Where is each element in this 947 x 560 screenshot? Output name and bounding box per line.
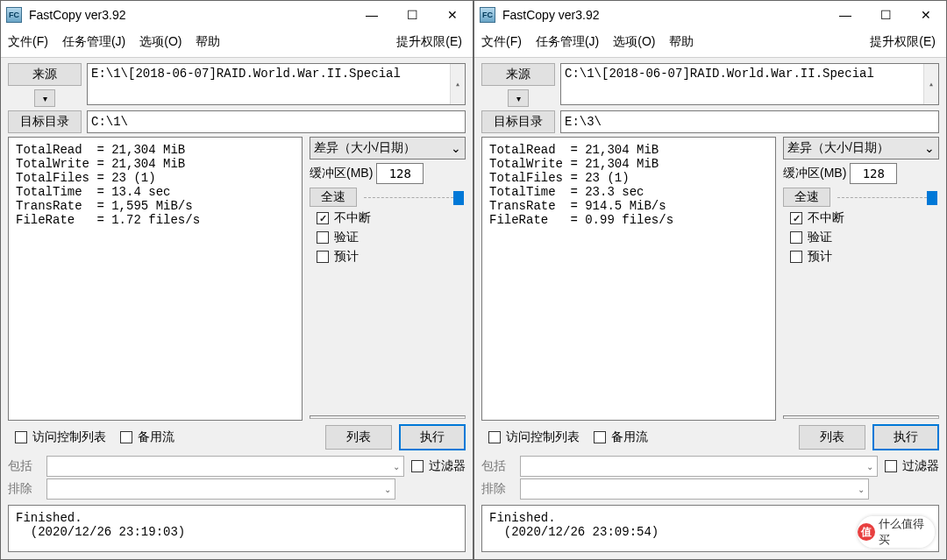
app-icon: FC xyxy=(480,7,495,23)
scrollbar-icon[interactable]: ▴ xyxy=(923,64,938,104)
altstream-checkbox[interactable]: 备用流 xyxy=(594,429,648,445)
filter-checkbox[interactable]: 过滤器 xyxy=(411,458,466,474)
buffer-label: 缓冲区(MB) xyxy=(310,166,373,181)
nonstop-checkbox[interactable]: 不中断 xyxy=(317,210,466,226)
mode-select-label: 差异（大小/日期） xyxy=(314,140,416,156)
checkbox-icon xyxy=(790,231,802,244)
checkbox-icon xyxy=(488,431,501,443)
speed-slider[interactable] xyxy=(834,188,939,206)
estimate-checkbox[interactable]: 预计 xyxy=(317,249,466,265)
speed-button[interactable]: 全速 xyxy=(783,188,830,207)
fastcopy-window-right: FC FastCopy ver3.92 ― ☐ ✕ 文件(F) 任务管理(J) … xyxy=(474,0,947,560)
stats-output: TotalRead = 21,304 MiB TotalWrite = 21,3… xyxy=(481,137,776,421)
fastcopy-window-left: FC FastCopy ver3.92 ― ☐ ✕ 文件(F) 任务管理(J) … xyxy=(0,0,474,560)
buffer-input[interactable] xyxy=(850,163,897,184)
source-history-dropdown[interactable]: ▾ xyxy=(508,89,529,107)
status-output: Finished. (2020/12/26 23:19:03) xyxy=(8,505,466,552)
list-button[interactable]: 列表 xyxy=(799,425,865,450)
execute-button[interactable]: 执行 xyxy=(399,424,466,450)
mode-select[interactable]: 差异（大小/日期）⌄ xyxy=(310,137,466,159)
dest-button[interactable]: 目标目录 xyxy=(8,110,82,133)
menu-jobs[interactable]: 任务管理(J) xyxy=(62,34,125,50)
acl-checkbox[interactable]: 访问控制列表 xyxy=(15,429,106,445)
include-label: 包括 xyxy=(481,458,515,474)
execute-button[interactable]: 执行 xyxy=(872,424,939,450)
watermark-icon: 值 xyxy=(858,523,875,541)
source-path-text: C:\1\[2018-06-07]RAID.World.War.II.Speci… xyxy=(565,67,874,81)
nonstop-checkbox[interactable]: 不中断 xyxy=(790,210,939,226)
checkbox-icon xyxy=(594,431,606,443)
include-combo[interactable]: ⌄ xyxy=(520,456,878,477)
mode-select[interactable]: 差异（大小/日期）⌄ xyxy=(783,137,939,159)
titlebar[interactable]: FC FastCopy ver3.92 ― ☐ ✕ xyxy=(474,1,946,29)
separator xyxy=(310,415,466,419)
acl-checkbox[interactable]: 访问控制列表 xyxy=(488,429,580,445)
filter-checkbox[interactable]: 过滤器 xyxy=(885,458,939,474)
estimate-checkbox[interactable]: 预计 xyxy=(790,249,939,265)
checkbox-icon xyxy=(411,460,424,472)
dest-button[interactable]: 目标目录 xyxy=(481,110,555,133)
checkbox-icon xyxy=(317,212,329,224)
dest-path-input[interactable] xyxy=(87,110,466,133)
checkbox-icon xyxy=(120,431,132,443)
exclude-combo[interactable]: ⌄ xyxy=(46,478,395,500)
window-title: FastCopy ver3.92 xyxy=(502,8,825,22)
list-button[interactable]: 列表 xyxy=(325,425,392,450)
source-path-input[interactable]: C:\1\[2018-06-07]RAID.World.War.II.Speci… xyxy=(560,63,939,105)
checkbox-icon xyxy=(790,251,802,263)
menu-elevate[interactable]: 提升权限(E) xyxy=(396,34,462,50)
chevron-down-icon: ⌄ xyxy=(924,141,935,155)
exclude-combo[interactable]: ⌄ xyxy=(520,478,869,500)
checkbox-icon xyxy=(885,460,897,472)
menu-file[interactable]: 文件(F) xyxy=(481,34,522,50)
menu-elevate[interactable]: 提升权限(E) xyxy=(870,34,936,50)
buffer-input[interactable] xyxy=(376,163,424,184)
menu-help[interactable]: 帮助 xyxy=(669,34,694,50)
menubar: 文件(F) 任务管理(J) 选项(O) 帮助 提升权限(E) xyxy=(1,29,473,58)
minimize-button[interactable]: ― xyxy=(352,1,392,29)
chevron-down-icon: ⌄ xyxy=(451,141,461,155)
include-label: 包括 xyxy=(8,458,41,474)
slider-thumb[interactable] xyxy=(453,191,464,205)
checkbox-icon xyxy=(317,251,329,263)
speed-slider[interactable] xyxy=(360,188,466,206)
buffer-label: 缓冲区(MB) xyxy=(783,166,846,181)
minimize-button[interactable]: ― xyxy=(825,1,865,29)
source-path-input[interactable]: E:\1\[2018-06-07]RAID.World.War.II.Speci… xyxy=(87,63,466,105)
exclude-label: 排除 xyxy=(8,481,41,497)
source-history-dropdown[interactable]: ▾ xyxy=(34,89,55,107)
menu-options[interactable]: 选项(O) xyxy=(139,34,182,50)
window-title: FastCopy ver3.92 xyxy=(29,8,352,22)
dest-path-input[interactable] xyxy=(560,110,939,133)
maximize-button[interactable]: ☐ xyxy=(865,1,906,29)
checkbox-icon xyxy=(15,431,27,443)
menu-help[interactable]: 帮助 xyxy=(196,34,220,50)
close-button[interactable]: ✕ xyxy=(432,1,473,29)
exclude-label: 排除 xyxy=(481,481,515,497)
maximize-button[interactable]: ☐ xyxy=(392,1,432,29)
stats-output: TotalRead = 21,304 MiB TotalWrite = 21,3… xyxy=(8,137,303,421)
titlebar[interactable]: FC FastCopy ver3.92 ― ☐ ✕ xyxy=(1,1,473,29)
source-path-text: E:\1\[2018-06-07]RAID.World.War.II.Speci… xyxy=(91,67,401,81)
menu-options[interactable]: 选项(O) xyxy=(613,34,655,50)
altstream-checkbox[interactable]: 备用流 xyxy=(120,429,174,445)
scrollbar-icon[interactable]: ▴ xyxy=(450,64,465,104)
source-button[interactable]: 来源 xyxy=(481,63,555,86)
close-button[interactable]: ✕ xyxy=(906,1,946,29)
speed-button[interactable]: 全速 xyxy=(310,188,357,207)
include-combo[interactable]: ⌄ xyxy=(46,456,404,477)
menubar: 文件(F) 任务管理(J) 选项(O) 帮助 提升权限(E) xyxy=(474,29,946,58)
source-button[interactable]: 来源 xyxy=(8,63,82,86)
checkbox-icon xyxy=(790,212,802,224)
slider-thumb[interactable] xyxy=(927,191,937,205)
verify-checkbox[interactable]: 验证 xyxy=(790,230,939,245)
menu-jobs[interactable]: 任务管理(J) xyxy=(536,34,599,50)
checkbox-icon xyxy=(317,231,329,244)
watermark-text: 什么值得买 xyxy=(879,516,935,548)
verify-checkbox[interactable]: 验证 xyxy=(317,230,466,245)
menu-file[interactable]: 文件(F) xyxy=(8,34,48,50)
app-icon: FC xyxy=(6,7,22,23)
watermark: 值 什么值得买 xyxy=(858,516,935,548)
mode-select-label: 差异（大小/日期） xyxy=(787,140,889,156)
separator xyxy=(783,415,939,419)
